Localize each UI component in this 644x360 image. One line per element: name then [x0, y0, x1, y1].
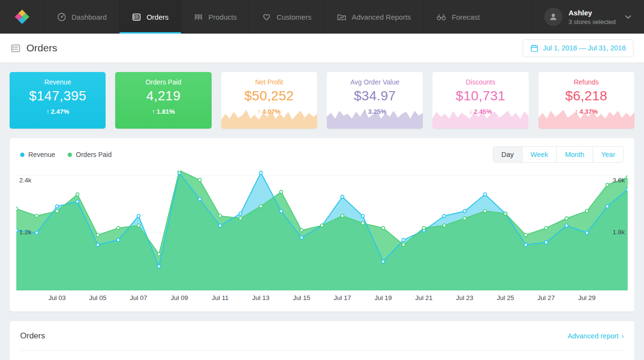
- nav-item-forecast[interactable]: Forecast: [423, 0, 492, 34]
- delta-down-icon: ↓: [469, 108, 472, 115]
- orders-title-icon: [11, 43, 21, 53]
- legend-item-orders-paid[interactable]: Orders Paid: [68, 151, 112, 158]
- top-nav: Dashboard Orders Products Customers Adva…: [0, 0, 644, 34]
- chart-header: Revenue Orders Paid Day Week Month Year: [10, 145, 634, 164]
- orders-paid-legend-dot: [68, 153, 72, 157]
- delta-up-icon: ↑: [363, 108, 367, 115]
- legend-label: Orders Paid: [76, 151, 112, 158]
- stat-label: Revenue: [44, 78, 71, 86]
- orders-table-area: [20, 350, 624, 360]
- delta-value: 3.25%: [368, 108, 386, 115]
- date-range-picker[interactable]: Jul 1, 2018 — Jul 31, 2018: [523, 39, 633, 57]
- nav-label-products: Products: [208, 13, 237, 21]
- chevron-down-icon: [625, 15, 632, 19]
- delta-value: 4.07%: [262, 108, 281, 115]
- nav-label-orders: Orders: [146, 13, 168, 21]
- stat-value: $50,252: [244, 88, 294, 104]
- period-month[interactable]: Month: [556, 147, 592, 162]
- stat-card-avg-order-value[interactable]: Avg Order Value $34.97 ↑3.25%: [327, 72, 423, 129]
- revenue-legend-dot: [20, 153, 24, 157]
- period-day[interactable]: Day: [493, 147, 522, 162]
- delta-value: 2.45%: [474, 108, 492, 115]
- stat-value: 4,219: [146, 88, 181, 104]
- main-chart-card: Revenue Orders Paid Day Week Month Year …: [10, 138, 634, 312]
- stat-cards-row: Revenue $147,395 ↑2.47% Orders Paid 4,21…: [10, 72, 634, 129]
- x-axis-ticks: Jul 03Jul 05Jul 07Jul 09Jul 11Jul 13Jul …: [16, 294, 628, 306]
- advanced-report-label: Advanced report: [568, 332, 619, 340]
- stat-card-orders-paid[interactable]: Orders Paid 4,219 ↑1.81%: [115, 72, 211, 129]
- user-name: Ashley: [569, 9, 616, 17]
- left-axis-mid-tick: 1.2k: [19, 228, 32, 236]
- orders-section: Orders Advanced report ›: [10, 321, 634, 360]
- x-tick-label: Jul 23: [456, 294, 473, 301]
- stat-value: $10,731: [456, 88, 505, 104]
- stat-label: Refunds: [574, 78, 599, 86]
- x-tick-label: Jul 09: [171, 294, 188, 301]
- delta-up-icon: ↑: [152, 108, 155, 115]
- stat-value: $6,218: [565, 88, 607, 104]
- user-menu[interactable]: Ashley 3 stores selected: [531, 0, 644, 34]
- x-tick-label: Jul 21: [415, 294, 432, 301]
- x-tick-label: Jul 05: [89, 294, 107, 301]
- barcode-icon: [194, 12, 203, 22]
- stat-label: Avg Order Value: [350, 78, 399, 86]
- stat-delta: ↑4.37%: [575, 108, 598, 115]
- delta-value: 2.47%: [51, 108, 69, 115]
- delta-up-icon: ↑: [575, 108, 578, 115]
- stat-delta: ↑2.47%: [46, 108, 69, 115]
- x-tick-label: Jul 17: [334, 294, 351, 301]
- advanced-report-link[interactable]: Advanced report ›: [568, 332, 624, 340]
- page-header: Orders Jul 1, 2018 — Jul 31, 2018: [0, 34, 644, 62]
- nav-label-dashboard: Dashboard: [72, 13, 107, 21]
- stat-label: Discounts: [466, 78, 495, 86]
- nav-label-customers: Customers: [276, 13, 311, 21]
- chevron-right-icon: ›: [621, 332, 624, 340]
- stat-card-discounts[interactable]: Discounts $10,731 ↓2.45%: [432, 72, 528, 129]
- legend-item-revenue[interactable]: Revenue: [20, 151, 55, 158]
- x-tick-label: Jul 27: [537, 294, 555, 301]
- delta-value: 1.81%: [156, 108, 175, 115]
- stat-delta: ↑4.07%: [258, 108, 281, 115]
- right-axis-mid-tick: 1.8k: [612, 228, 625, 236]
- calendar-icon: [530, 44, 538, 52]
- x-tick-label: Jul 15: [293, 294, 310, 301]
- x-tick-label: Jul 19: [374, 294, 392, 301]
- stat-value: $147,395: [29, 88, 86, 104]
- chart-legend: Revenue Orders Paid: [20, 151, 112, 158]
- stat-value: $34.97: [354, 88, 395, 104]
- orders-section-title: Orders: [20, 331, 45, 341]
- x-tick-label: Jul 13: [252, 294, 270, 301]
- legend-label: Revenue: [28, 151, 55, 158]
- nav-label-advanced-reports: Advanced Reports: [352, 13, 411, 21]
- x-tick-label: Jul 03: [48, 294, 66, 301]
- main-chart-plot[interactable]: 2.4k 1.2k 3.6k 1.8k: [16, 170, 628, 290]
- nav-item-orders[interactable]: Orders: [119, 0, 181, 34]
- nav-item-advanced-reports[interactable]: Advanced Reports: [324, 0, 423, 34]
- heart-icon: [262, 12, 271, 22]
- app-logo-icon: [14, 9, 30, 25]
- nav-item-products[interactable]: Products: [181, 0, 249, 34]
- date-range-label: Jul 1, 2018 — Jul 31, 2018: [543, 44, 626, 52]
- nav-item-dashboard[interactable]: Dashboard: [44, 0, 119, 34]
- area-chart-svg: [16, 170, 628, 290]
- page-title-wrap: Orders: [11, 42, 57, 54]
- stat-card-net-profit[interactable]: Net Profit $50,252 ↑4.07%: [221, 72, 317, 129]
- period-year[interactable]: Year: [593, 147, 623, 162]
- content: Revenue $147,395 ↑2.47% Orders Paid 4,21…: [0, 62, 644, 360]
- stat-card-refunds[interactable]: Refunds $6,218 ↑4.37%: [538, 72, 634, 129]
- x-tick-label: Jul 11: [212, 294, 228, 301]
- x-tick-label: Jul 25: [497, 294, 514, 301]
- left-axis-top-tick: 2.4k: [19, 177, 32, 184]
- avatar: [544, 8, 562, 26]
- stat-delta: ↑1.81%: [152, 108, 175, 115]
- stat-delta: ↑3.25%: [363, 108, 386, 115]
- app-logo[interactable]: [0, 0, 44, 34]
- delta-value: 4.37%: [580, 108, 598, 115]
- person-icon: [549, 12, 558, 22]
- x-tick-label: Jul 07: [130, 294, 147, 301]
- nav-item-customers[interactable]: Customers: [249, 0, 324, 34]
- stat-card-revenue[interactable]: Revenue $147,395 ↑2.47%: [10, 72, 106, 129]
- orders-section-header: Orders Advanced report ›: [20, 321, 624, 350]
- binoculars-icon: [436, 12, 446, 22]
- period-week[interactable]: Week: [522, 147, 557, 162]
